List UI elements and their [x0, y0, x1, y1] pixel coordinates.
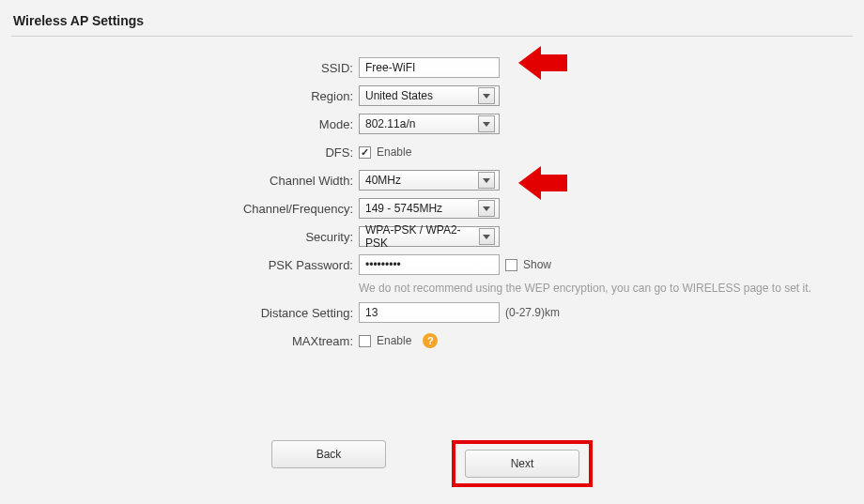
- mode-value: 802.11a/n: [365, 117, 415, 130]
- mode-label: Mode:: [11, 117, 359, 131]
- region-select[interactable]: United States: [359, 85, 500, 106]
- show-password-label: Show: [523, 258, 551, 271]
- channel-frequency-value: 149 - 5745MHz: [365, 202, 442, 215]
- distance-input[interactable]: [359, 302, 500, 323]
- channel-frequency-label: Channel/Frequency:: [11, 202, 359, 216]
- dfs-label: DFS:: [11, 145, 359, 160]
- psk-password-input[interactable]: [359, 254, 500, 275]
- settings-form: SSID: Region: United States Mode: 802.11…: [11, 55, 853, 353]
- channel-width-value: 40MHz: [365, 174, 401, 187]
- region-value: United States: [365, 89, 433, 102]
- channel-width-label: Channel Width:: [11, 174, 359, 188]
- psk-password-label: PSK Password:: [11, 258, 359, 272]
- dfs-enable-text: Enable: [377, 145, 411, 159]
- wep-notice: We do not recommend using the WEP encryp…: [359, 282, 811, 295]
- chevron-down-icon: [479, 228, 495, 245]
- chevron-down-icon: [478, 87, 495, 104]
- chevron-down-icon: [478, 200, 495, 217]
- maxtream-enable-text: Enable: [377, 334, 411, 347]
- button-bar: Back Next: [0, 440, 864, 487]
- dfs-checkbox[interactable]: [359, 146, 371, 159]
- security-label: Security:: [11, 230, 359, 244]
- ssid-input[interactable]: [359, 57, 500, 78]
- maxtream-checkbox[interactable]: [359, 335, 371, 347]
- distance-label: Distance Setting:: [11, 306, 359, 320]
- next-button[interactable]: Next: [465, 450, 579, 478]
- chevron-down-icon: [478, 172, 495, 189]
- mode-select[interactable]: 802.11a/n: [359, 114, 500, 134]
- maxtream-label: MAXtream:: [11, 334, 359, 348]
- security-value: WPA-PSK / WPA2-PSK: [365, 223, 479, 250]
- chevron-down-icon: [478, 115, 495, 132]
- security-select[interactable]: WPA-PSK / WPA2-PSK: [359, 226, 500, 247]
- page-title: Wireless AP Settings: [11, 9, 853, 37]
- channel-frequency-select[interactable]: 149 - 5745MHz: [359, 198, 500, 219]
- channel-width-select[interactable]: 40MHz: [359, 170, 500, 191]
- back-button[interactable]: Back: [271, 440, 386, 468]
- annotation-next-highlight: Next: [452, 440, 593, 487]
- help-icon[interactable]: ?: [423, 333, 438, 348]
- region-label: Region:: [11, 89, 359, 103]
- distance-range: (0-27.9)km: [505, 306, 560, 319]
- ssid-label: SSID:: [11, 61, 359, 75]
- show-password-checkbox[interactable]: [505, 259, 517, 271]
